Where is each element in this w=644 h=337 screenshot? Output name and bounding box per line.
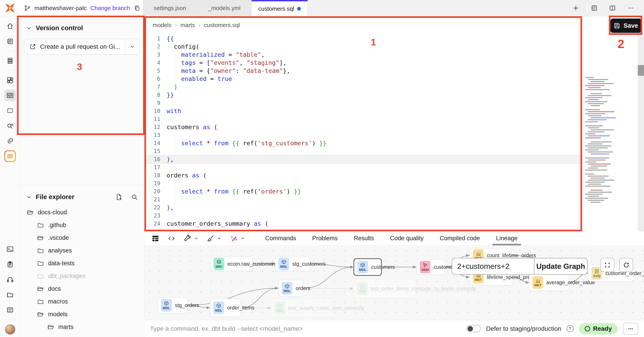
code-line-16[interactable]: 16),: [144, 155, 630, 163]
more-actions-button[interactable]: [623, 323, 638, 335]
code-lines[interactable]: 1{{2 config(3 materialized = "table",4 t…: [144, 35, 630, 228]
tree-item-data-tests[interactable]: data-tests: [20, 257, 144, 270]
clipboard-icon[interactable]: [0, 257, 20, 272]
tab-customers.sql[interactable]: customers.sql: [252, 0, 308, 16]
dbt-logo[interactable]: [0, 0, 20, 16]
search-doc-icon[interactable]: [0, 118, 20, 133]
headset-icon[interactable]: [0, 272, 20, 287]
refresh-button[interactable]: [620, 258, 633, 272]
lineage-node-stg_orders[interactable]: MDLstg_orders: [158, 298, 187, 313]
tab-settings.json[interactable]: settings.json: [143, 0, 197, 16]
tree-item-macros[interactable]: macros: [20, 295, 144, 308]
lineage-canvas[interactable]: SRCecom.raw_customersMDLstg_customersMDL…: [144, 245, 644, 320]
code-line-10[interactable]: 10with: [144, 107, 630, 115]
create-pull-request-button[interactable]: Create a pull request on Gi...: [24, 39, 140, 54]
preview-table-icon[interactable]: [152, 234, 160, 243]
split-pane-icon[interactable]: [609, 4, 616, 12]
minimap[interactable]: [585, 77, 619, 206]
lineage-node-raw_customers[interactable]: SRCecom.raw_customers: [210, 257, 253, 271]
code-line-17[interactable]: 17: [144, 163, 630, 171]
layers-icon[interactable]: [0, 53, 20, 68]
code-line-21[interactable]: 21: [144, 196, 630, 204]
code-line-12[interactable]: 12customers as (: [144, 123, 630, 131]
build-wrench-icon[interactable]: [184, 234, 199, 243]
lineage-node-customers_sem[interactable]: SEMcustomers: [416, 260, 445, 275]
code-editor-icon[interactable]: [0, 88, 20, 103]
terminal-icon[interactable]: [0, 242, 20, 257]
new-tab-plus-icon[interactable]: [572, 4, 580, 12]
notebook-icon[interactable]: [0, 34, 20, 49]
format-broom-icon[interactable]: [207, 234, 222, 243]
code-line-8[interactable]: 8}}: [144, 91, 630, 99]
change-branch-link[interactable]: Change branch: [90, 5, 130, 12]
tree-item-dbt_packages[interactable]: dbt_packages: [20, 270, 144, 283]
version-control-header[interactable]: Version control: [20, 16, 144, 32]
scrollbar-track[interactable]: [638, 16, 644, 231]
save-button[interactable]: Save: [610, 18, 641, 33]
code-line-19[interactable]: 19: [144, 179, 630, 188]
tree-item-docs[interactable]: docs: [20, 283, 144, 295]
code-line-24[interactable]: 24customer_orders_summary as (: [144, 220, 630, 228]
code-line-23[interactable]: 23: [144, 212, 630, 220]
chevron-down-icon[interactable]: [240, 236, 245, 241]
breadcrumb-item[interactable]: customers.sql: [204, 22, 240, 29]
bottom-tab-problems[interactable]: Problems: [304, 231, 346, 245]
status-badge[interactable]: Ready: [579, 323, 618, 334]
breadcrumb-item[interactable]: marts: [180, 22, 195, 29]
code-line-1[interactable]: 1{{: [144, 35, 630, 43]
tree-item-docs-cloud[interactable]: docs-cloud: [20, 206, 144, 219]
dashboard-grid-icon[interactable]: [0, 73, 20, 88]
code-line-15[interactable]: 15: [144, 147, 630, 155]
file-explorer-header[interactable]: File explorer: [20, 185, 144, 201]
code-editor[interactable]: models›marts›customers.sql 1{{2 config(3…: [144, 16, 644, 231]
library-icon[interactable]: [0, 287, 20, 302]
compile-code-icon[interactable]: [168, 234, 176, 243]
search-icon[interactable]: [131, 194, 138, 201]
new-file-icon[interactable]: [116, 194, 122, 201]
code-line-18[interactable]: 18orders as (: [144, 171, 630, 179]
chevron-down-icon[interactable]: [217, 236, 222, 241]
code-line-22[interactable]: 22),: [144, 204, 630, 212]
tab-_models.yml[interactable]: _models.yml: [197, 0, 252, 16]
tree-item-analyses[interactable]: analyses: [20, 244, 144, 257]
bottom-tab-lineage[interactable]: Lineage: [488, 231, 526, 245]
code-line-6[interactable]: 6 enabled = true: [144, 75, 630, 83]
chevron-down-icon[interactable]: [194, 236, 199, 241]
bottom-tab-commands[interactable]: Commands: [257, 231, 304, 245]
copilot-atom-icon[interactable]: [0, 149, 20, 164]
code-line-11[interactable]: 11: [144, 115, 630, 123]
bottom-tab-code-quality[interactable]: Code quality: [382, 231, 432, 245]
card-icon[interactable]: [0, 302, 20, 318]
code-line-4[interactable]: 4 tags = ["events", "staging"],: [144, 59, 630, 67]
panel-list-icon[interactable]: [590, 4, 598, 12]
pr-dropdown-caret[interactable]: [125, 39, 139, 54]
command-input[interactable]: [150, 325, 461, 332]
bottom-tab-compiled-code[interactable]: Compiled code: [432, 231, 488, 245]
update-graph-button[interactable]: Update Graph: [534, 258, 587, 274]
tree-item-marts[interactable]: marts: [20, 321, 144, 334]
bottom-tab-results[interactable]: Results: [346, 231, 382, 245]
code-line-2[interactable]: 2 config(: [144, 43, 630, 51]
code-line-9[interactable]: 9: [144, 99, 630, 107]
tree-item-.vscode[interactable]: .vscode: [20, 232, 144, 244]
windows-icon[interactable]: [0, 133, 20, 149]
fix-magic-icon[interactable]: [230, 234, 245, 243]
lineage-node-avg_order_value[interactable]: METaverage_order_value: [529, 274, 569, 291]
more-options-icon[interactable]: [627, 4, 634, 12]
fullscreen-button[interactable]: [600, 258, 614, 272]
lineage-node-orders[interactable]: MDLorders: [278, 280, 304, 297]
help-icon[interactable]: ?: [567, 325, 574, 332]
lineage-node-order_items[interactable]: MDLorder_items: [210, 299, 241, 317]
lineage-node-stg_customers[interactable]: MDLstg_customers: [275, 257, 310, 271]
tree-item-models[interactable]: models: [20, 308, 144, 321]
copy-icon[interactable]: [134, 5, 140, 11]
scrollbar-thumb[interactable]: [638, 65, 644, 76]
breadcrumb-item[interactable]: models: [153, 22, 172, 29]
profile-avatar-icon[interactable]: [0, 322, 20, 337]
lineage-selector-input[interactable]: [452, 258, 534, 274]
code-line-3[interactable]: 3 materialized = "table",: [144, 51, 630, 59]
tree-item-.github[interactable]: .github: [20, 219, 144, 232]
lineage-node-customers[interactable]: MDLcustomers: [354, 258, 382, 276]
code-line-14[interactable]: 14 select * from {{ ref('stg_customers')…: [144, 139, 630, 147]
code-line-5[interactable]: 5 meta = {"owner": "data-team"},: [144, 67, 630, 75]
